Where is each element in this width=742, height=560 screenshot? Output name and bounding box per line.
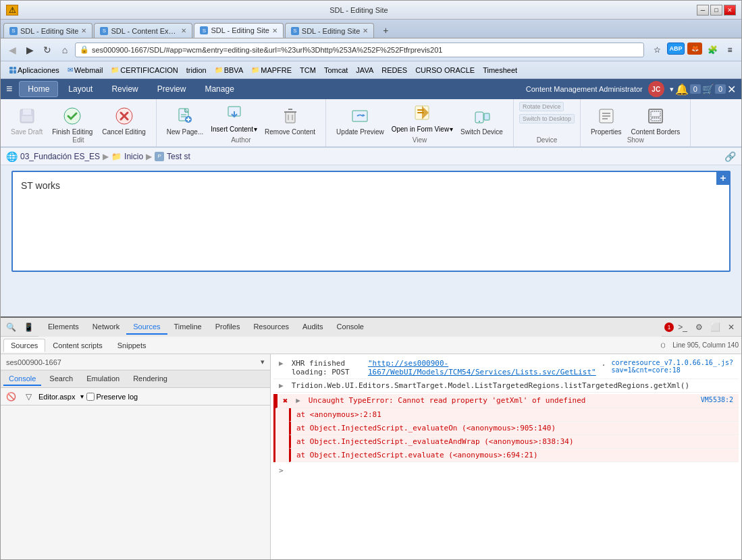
preserve-log-input[interactable]	[86, 393, 95, 401]
tab-close-1[interactable]: ✕	[81, 27, 86, 34]
devtools-settings-icon[interactable]: ⚙	[691, 320, 706, 335]
switch-device-button[interactable]: Switch Device	[456, 102, 508, 139]
bookmark-tcm[interactable]: TCM	[296, 65, 319, 76]
new-page-button[interactable]: New Page...	[162, 102, 208, 139]
devtools-console-icon[interactable]: >_	[675, 320, 690, 335]
adblock-button[interactable]: ABP	[667, 43, 685, 55]
remove-content-button[interactable]: Remove Content	[260, 102, 320, 139]
close-button[interactable]: ✕	[724, 5, 736, 16]
bookmark-apps[interactable]: Aplicaciones	[6, 65, 63, 76]
browser-tab-2[interactable]: S SDL - Content Explorer ✕	[94, 23, 192, 38]
ribbon-nav-manage[interactable]: Manage	[196, 81, 242, 97]
breadcrumb-item-1[interactable]: 🌐 03_Fundación ES_ES	[6, 151, 100, 162]
tab-close-3[interactable]: ✕	[272, 27, 277, 34]
update-preview-button[interactable]: Update Preview	[332, 102, 389, 139]
refresh-button[interactable]: ↻	[40, 43, 55, 57]
bookmark-oracle[interactable]: CURSO ORACLE	[412, 65, 478, 76]
browser-tab-3[interactable]: S SDL - Editing Site ✕	[194, 23, 283, 38]
console-clear-icon[interactable]: 🚫	[3, 389, 18, 404]
devtools-close-icon[interactable]: ✕	[724, 320, 739, 335]
hamburger-menu[interactable]: ≡	[6, 83, 12, 95]
maximize-button[interactable]: □	[710, 5, 722, 16]
bookmark-cert[interactable]: 📁 CERTIFICACION	[107, 65, 181, 76]
ribbon-nav-home[interactable]: Home	[19, 81, 58, 97]
open-form-view-split[interactable]: Open in Form View ▾	[389, 125, 456, 134]
xhr-link[interactable]: "http://ses000900-1667/WebUI/Models/TCM5…	[368, 359, 596, 376]
bookmark-timesheet[interactable]: Timesheet	[479, 65, 521, 76]
bookmark-redes[interactable]: REDES	[378, 65, 410, 76]
devtools-tab-network[interactable]: Network	[86, 320, 126, 335]
browser-menu-button[interactable]: ≡	[722, 43, 737, 57]
tab-close-4[interactable]: ✕	[363, 27, 368, 34]
open-form-dropdown-arrow[interactable]: ▾	[450, 125, 453, 133]
bookmark-mapfre[interactable]: 📁 MAPFRE	[248, 65, 295, 76]
rotate-device-button[interactable]: Rotate Device	[519, 102, 564, 111]
breadcrumb-item-3[interactable]: P Test st	[155, 152, 190, 161]
content-area[interactable]: ST works	[11, 171, 731, 272]
open-form-view-label: Open in Form View	[392, 125, 449, 133]
browser-tab-1[interactable]: S SDL - Editing Site ✕	[3, 23, 92, 38]
minimize-button[interactable]: ─	[697, 5, 709, 16]
devtools-mobile-icon[interactable]: 📱	[21, 320, 36, 335]
browser-action-1[interactable]: 🦊	[687, 43, 702, 55]
error-location[interactable]: VM5538:2	[701, 396, 733, 403]
save-draft-button[interactable]: Save Draft	[6, 102, 47, 139]
bookmark-tomcat[interactable]: Tomcat	[321, 65, 351, 76]
devtools-dock-icon[interactable]: ⬜	[708, 320, 722, 335]
console-tab-rendering[interactable]: Rendering	[128, 372, 173, 386]
preserve-log-checkbox[interactable]: Preserve log	[86, 393, 138, 401]
ribbon-nav-preview[interactable]: Preview	[149, 81, 195, 97]
ribbon-nav-layout[interactable]: Layout	[59, 81, 101, 97]
console-expand-error[interactable]: ▶	[296, 396, 300, 405]
devtools-tab-elements[interactable]: Elements	[41, 320, 86, 335]
console-tab-search[interactable]: Search	[44, 372, 78, 386]
devtools-tab-audits[interactable]: Audits	[296, 320, 330, 335]
sources-format-icon[interactable]: ⟮⟯	[656, 338, 670, 353]
new-tab-button[interactable]: +	[378, 23, 393, 38]
devtools-tab-sources[interactable]: Sources	[126, 320, 167, 335]
sources-tab-snippets[interactable]: Snippets	[110, 339, 154, 352]
console-expand-info[interactable]: ▶	[279, 381, 284, 390]
devtools-inspect-icon[interactable]: 🔍	[3, 320, 18, 335]
ribbon-close-icon[interactable]: ✕	[727, 83, 736, 96]
insert-content-button[interactable]: Insert Content ▾	[208, 102, 260, 134]
sources-file-dropdown[interactable]: ▾	[261, 358, 265, 366]
tab-close-2[interactable]: ✕	[181, 27, 186, 34]
basket-icon[interactable]: 🛒	[702, 84, 714, 94]
bookmark-bbva[interactable]: 📁 BBVA	[211, 65, 247, 76]
insert-dropdown-arrow[interactable]: ▾	[254, 125, 257, 133]
console-expand-xhr[interactable]: ▶	[279, 359, 284, 368]
bookmark-webmail[interactable]: ✉ Webmail	[64, 65, 107, 76]
bookmark-java[interactable]: JAVA	[352, 65, 377, 76]
devtools-tab-timeline[interactable]: Timeline	[167, 320, 209, 335]
content-borders-button[interactable]: Content Borders	[627, 102, 685, 139]
address-bar[interactable]: 🔒 ses000900-1667/SDL/#app=wcm&entry=edit…	[75, 43, 644, 57]
finish-editing-button[interactable]: Finish Editing	[47, 102, 97, 139]
sources-tab-sources[interactable]: Sources	[3, 339, 45, 352]
xhr-location[interactable]: coreresource_v7.1.0.66.16_.js?sav=1&cnt=…	[611, 359, 733, 374]
devtools-tab-profiles[interactable]: Profiles	[209, 320, 247, 335]
insert-content-split[interactable]: Insert Content ▾	[208, 125, 260, 134]
console-tab-emulation[interactable]: Emulation	[81, 372, 125, 386]
back-button[interactable]: ◀	[5, 43, 20, 57]
ribbon-nav-review[interactable]: Review	[103, 81, 147, 97]
link-icon[interactable]: 🔗	[724, 151, 736, 162]
console-filter-icon[interactable]: ▽	[21, 389, 36, 404]
bookmark-star-icon[interactable]: ☆	[650, 43, 664, 57]
console-file-dropdown[interactable]: ▾	[80, 393, 84, 400]
forward-button[interactable]: ▶	[22, 43, 37, 57]
cancel-editing-button[interactable]: Cancel Editing	[97, 102, 150, 139]
notifications-icon[interactable]: 🔔	[675, 83, 689, 96]
breadcrumb-item-2[interactable]: 📁 Inicio	[111, 152, 143, 161]
switch-desktop-button[interactable]: Switch to Desktop	[519, 114, 575, 123]
bookmark-tridion[interactable]: tridion	[183, 65, 210, 76]
browser-tab-4[interactable]: S SDL - Editing Site ✕	[285, 23, 374, 38]
console-tab-console[interactable]: Console	[3, 372, 41, 386]
home-button[interactable]: ⌂	[57, 43, 72, 57]
properties-button[interactable]: Properties	[586, 102, 627, 139]
open-form-view-button[interactable]: Open in Form View ▾	[389, 102, 456, 134]
browser-action-2[interactable]: 🧩	[705, 43, 720, 57]
devtools-tab-resources[interactable]: Resources	[246, 320, 296, 335]
sources-tab-content-scripts[interactable]: Content scripts	[45, 339, 109, 352]
devtools-tab-console[interactable]: Console	[330, 320, 371, 335]
